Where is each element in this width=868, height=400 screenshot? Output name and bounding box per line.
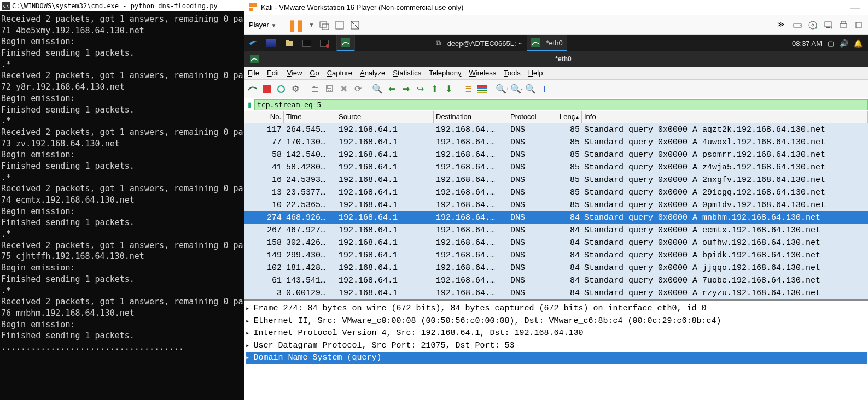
packet-row[interactable]: 58142.540…192.168.64.1192.168.64.…DNS85S… bbox=[244, 149, 868, 161]
packet-list[interactable]: 117264.545…192.168.64.1192.168.64.…DNS85… bbox=[244, 123, 868, 299]
windows-terminal: c\ C:\WINDOWS\system32\cmd.exe - python … bbox=[0, 0, 244, 400]
col-header-destination[interactable]: Destination bbox=[434, 111, 508, 123]
find-icon[interactable]: 🔍 bbox=[371, 83, 383, 95]
svg-rect-14 bbox=[826, 27, 830, 28]
packet-row[interactable]: 1323.5377…192.168.64.1192.168.64.…DNS85S… bbox=[244, 186, 868, 199]
packet-row[interactable]: 158302.426…192.168.64.1192.168.64.…DNS84… bbox=[244, 237, 868, 249]
taskbar-wireshark-tab[interactable]: *eth0 bbox=[527, 35, 567, 51]
menu-statistics[interactable]: Statistics bbox=[393, 69, 421, 77]
device-disk-icon[interactable] bbox=[793, 20, 802, 30]
zoom-reset-icon[interactable]: 🔍 bbox=[525, 83, 537, 95]
menu-tools[interactable]: Tools bbox=[504, 69, 520, 77]
vmware-title-text: Kali - VMware Workstation 16 Player (Non… bbox=[261, 3, 463, 11]
unity-icon[interactable] bbox=[350, 20, 360, 30]
menu-capture[interactable]: Capture bbox=[327, 69, 352, 77]
packet-row[interactable]: 1624.5393…192.168.64.1192.168.64.…DNS85S… bbox=[244, 174, 868, 186]
detail-line[interactable]: User Datagram Protocol, Src Port: 21075,… bbox=[246, 340, 867, 352]
wireshark-titlebar[interactable]: *eth0 bbox=[244, 51, 868, 67]
task-terminal-1[interactable] bbox=[298, 35, 316, 51]
packet-row[interactable]: 267467.927…192.168.64.1192.168.64.…DNS84… bbox=[244, 224, 868, 237]
detail-line[interactable]: Domain Name System (query) bbox=[246, 352, 867, 364]
close-file-icon[interactable]: ✖ bbox=[337, 83, 349, 95]
packet-row[interactable]: 1022.5365…192.168.64.1192.168.64.…DNS85S… bbox=[244, 199, 868, 211]
device-sound-icon[interactable] bbox=[854, 20, 864, 30]
svg-rect-3 bbox=[320, 22, 327, 27]
jump-packet-icon[interactable]: ↪ bbox=[414, 83, 426, 95]
terminal-titlebar[interactable]: c\ C:\WINDOWS\system32\cmd.exe - python … bbox=[0, 0, 244, 11]
capture-options-icon[interactable]: ⚙ bbox=[289, 83, 301, 95]
save-file-icon[interactable]: 🖫 bbox=[323, 83, 335, 95]
packet-row[interactable]: 117264.545…192.168.64.1192.168.64.…DNS85… bbox=[244, 123, 868, 136]
reload-icon[interactable]: ⟳ bbox=[352, 83, 364, 95]
restart-capture-icon[interactable] bbox=[275, 83, 287, 95]
prev-packet-icon[interactable]: ⬅ bbox=[386, 83, 398, 95]
packet-row[interactable]: 30.00129…192.168.64.1192.168.64.…DNS84St… bbox=[244, 287, 868, 299]
auto-scroll-icon[interactable]: ≣ bbox=[462, 83, 474, 95]
open-file-icon[interactable]: 🗀 bbox=[309, 83, 321, 95]
last-packet-icon[interactable]: ⬇ bbox=[442, 83, 455, 95]
packet-row[interactable]: 149299.430…192.168.64.1192.168.64.…DNS84… bbox=[244, 249, 868, 262]
col-header-length[interactable]: Lenç▲ bbox=[557, 111, 582, 123]
display-filter-input[interactable] bbox=[254, 99, 868, 110]
terminal-body[interactable]: Received 2 packets, got 1 answers, remai… bbox=[0, 11, 244, 355]
start-capture-icon[interactable] bbox=[247, 83, 259, 95]
volume-icon[interactable]: 🔊 bbox=[840, 39, 848, 48]
menu-wireless[interactable]: Wireless bbox=[469, 69, 497, 77]
next-packet-icon[interactable]: ➡ bbox=[400, 83, 412, 95]
svg-point-15 bbox=[831, 27, 832, 28]
packet-list-header: No. Time Source Destination Protocol Len… bbox=[244, 111, 868, 123]
minimize-button[interactable]: — bbox=[846, 2, 865, 13]
zoom-out-icon[interactable]: 🔍- bbox=[510, 83, 522, 95]
col-header-source[interactable]: Source bbox=[336, 111, 434, 123]
detail-line[interactable]: Frame 274: 84 bytes on wire (672 bits), … bbox=[246, 303, 867, 315]
vmware-titlebar[interactable]: Kali - VMware Workstation 16 Player (Non… bbox=[244, 0, 868, 15]
filter-bookmark-icon[interactable]: ▮ bbox=[244, 101, 254, 109]
packet-row[interactable]: 77170.130…192.168.64.1192.168.64.…DNS85S… bbox=[244, 136, 868, 149]
notification-icon[interactable]: 🔔 bbox=[854, 39, 863, 48]
task-terminal-2[interactable] bbox=[316, 35, 333, 51]
clock[interactable]: 08:37 AM bbox=[792, 39, 822, 48]
task-files[interactable] bbox=[281, 35, 298, 51]
pause-icon[interactable]: ❚❚ bbox=[288, 19, 303, 32]
colorize-icon[interactable] bbox=[476, 83, 488, 95]
svg-rect-26 bbox=[477, 85, 487, 87]
col-header-no[interactable]: No. bbox=[244, 111, 284, 123]
task-wireshark-active[interactable] bbox=[336, 35, 355, 51]
device-printer-icon[interactable] bbox=[838, 20, 848, 30]
send-ctrl-alt-del-icon[interactable] bbox=[319, 20, 329, 30]
menu-help[interactable]: Help bbox=[528, 69, 543, 77]
workspace-icon[interactable]: ▢ bbox=[828, 39, 834, 48]
task-show-desktop[interactable] bbox=[262, 35, 281, 51]
svg-rect-19 bbox=[286, 41, 293, 46]
svg-rect-28 bbox=[477, 90, 487, 91]
player-menu[interactable]: Player ▼ bbox=[249, 21, 276, 29]
stop-capture-icon[interactable] bbox=[261, 83, 273, 95]
device-cd-icon[interactable] bbox=[808, 20, 818, 30]
col-header-info[interactable]: Info bbox=[582, 111, 868, 123]
col-header-protocol[interactable]: Protocol bbox=[508, 111, 557, 123]
menu-view[interactable]: View bbox=[287, 69, 302, 77]
menu-go[interactable]: Go bbox=[310, 69, 319, 77]
resize-columns-icon[interactable]: ⫼ bbox=[539, 83, 551, 95]
menu-telephony[interactable]: Telephony bbox=[429, 69, 461, 77]
device-network-icon[interactable] bbox=[823, 20, 833, 30]
detail-line[interactable]: Internet Protocol Version 4, Src: 192.16… bbox=[246, 327, 867, 340]
power-menu-chev[interactable]: ▼ bbox=[308, 22, 314, 28]
packet-details[interactable]: Frame 274: 84 bytes on wire (672 bits), … bbox=[244, 299, 868, 367]
zoom-in-icon[interactable]: 🔍+ bbox=[496, 83, 508, 95]
first-packet-icon[interactable]: ⬆ bbox=[428, 83, 440, 95]
taskbar-terminal-tab[interactable]: ⧉ deep@ADTEC0665L: ~ bbox=[432, 35, 527, 51]
packet-row[interactable]: 4158.4280…192.168.64.1192.168.64.…DNS85S… bbox=[244, 161, 868, 174]
menu-file[interactable]: File bbox=[248, 69, 259, 77]
device-icon-1[interactable]: ≫ bbox=[777, 20, 787, 30]
packet-row[interactable]: 61143.541…192.168.64.1192.168.64.…DNS84S… bbox=[244, 274, 868, 287]
menu-analyze[interactable]: Analyze bbox=[360, 69, 385, 77]
packet-row[interactable]: 102181.428…192.168.64.1192.168.64.…DNS84… bbox=[244, 262, 868, 274]
menu-edit[interactable]: Edit bbox=[267, 69, 279, 77]
wireshark-app-icon bbox=[244, 55, 259, 63]
packet-row[interactable]: 274468.926…192.168.64.1192.168.64.…DNS84… bbox=[244, 211, 868, 224]
fullscreen-icon[interactable] bbox=[335, 20, 345, 30]
col-header-time[interactable]: Time bbox=[284, 111, 336, 123]
detail-line[interactable]: Ethernet II, Src: VMware_c0:00:08 (00:50… bbox=[246, 315, 867, 328]
kali-menu-icon[interactable] bbox=[244, 35, 262, 51]
